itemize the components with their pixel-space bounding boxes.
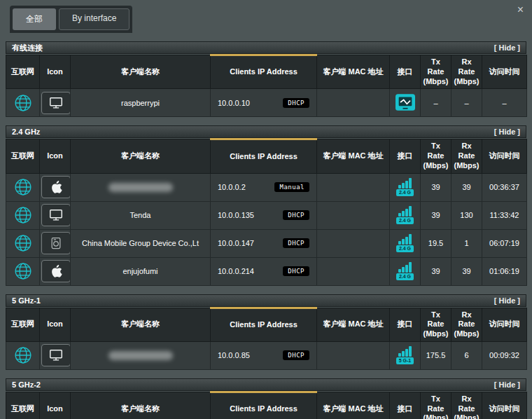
- view-tabs: 全部 By interface: [10, 6, 132, 33]
- signal-bars-icon: [398, 262, 412, 273]
- tx-rate: 175.5: [426, 351, 446, 359]
- col-interface: 接口: [390, 139, 421, 173]
- tx-rate: –: [433, 99, 438, 107]
- client-ip: 10.0.0.10: [218, 99, 250, 107]
- col-access-time: 访问时间: [482, 392, 527, 419]
- client-mac: [317, 257, 390, 285]
- client-device-icon: [41, 232, 71, 254]
- col-access-time: 访问时间: [482, 139, 527, 173]
- wired-interface-icon: [396, 94, 415, 111]
- col-internet: 互联网: [6, 392, 40, 419]
- col-tx-rate: Tx Rate (Mbps): [421, 139, 451, 173]
- client-device-icon: [41, 260, 71, 282]
- col-mac: 客户端 MAC 地址: [317, 139, 390, 173]
- table-header-row: 互联网 Icon 客户端名称 Clients IP Address 客户端 MA…: [6, 139, 527, 173]
- ip-mode-badge: DHCP: [283, 238, 309, 248]
- col-name: 客户端名称: [71, 392, 211, 419]
- col-interface: 接口: [390, 308, 421, 341]
- tab-all[interactable]: 全部: [13, 8, 56, 30]
- signal-bars-icon: [398, 346, 412, 357]
- col-internet: 互联网: [6, 308, 40, 341]
- col-ip: Clients IP Address: [211, 392, 317, 419]
- access-time: 06:07:19: [489, 239, 519, 247]
- client-mac: [317, 89, 390, 117]
- client-name: China Mobile Group Device Co.,Lt: [82, 239, 199, 247]
- client-ip: 10.0.0.147: [218, 239, 254, 247]
- wired-clients-table: 互联网 Icon 客户端名称 Clients IP Address 客户端 MA…: [6, 54, 527, 117]
- col-name: 客户端名称: [71, 308, 211, 341]
- client-ip: 10.0.0.2: [218, 183, 246, 191]
- client-mac: [317, 173, 390, 201]
- table-header-row: 互联网 Icon 客户端名称 Clients IP Address 客户端 MA…: [6, 392, 527, 419]
- internet-globe-icon: [14, 234, 32, 252]
- access-time: 11:33:42: [489, 211, 519, 219]
- rx-rate: 130: [460, 211, 472, 219]
- section-header-24ghz: 2.4 GHz [ Hide ]: [6, 125, 526, 138]
- client-device-icon: [41, 344, 71, 366]
- client-ip: 10.0.0.85: [218, 351, 250, 359]
- hide-toggle[interactable]: [ Hide ]: [494, 43, 520, 52]
- access-time: –: [502, 99, 506, 107]
- client-name: Tenda: [130, 211, 151, 219]
- client-mac: [317, 229, 390, 257]
- access-time: 01:06:19: [489, 267, 519, 275]
- rx-rate: 39: [462, 183, 470, 191]
- tx-rate: 19.5: [428, 239, 443, 247]
- table-header-row: 互联网 Icon 客户端名称 Clients IP Address 客户端 MA…: [6, 308, 527, 341]
- col-icon: Icon: [40, 139, 71, 173]
- tab-by-interface[interactable]: By interface: [59, 8, 130, 30]
- col-name: 客户端名称: [71, 55, 211, 89]
- internet-globe-icon: [14, 178, 32, 196]
- ip-mode-badge: DHCP: [283, 98, 309, 108]
- ip-mode-badge: Manual: [274, 182, 309, 192]
- interface-band-badge: 2.4 G: [396, 217, 414, 224]
- table-row[interactable]: raspberrypi 10.0.0.10DHCP – – –: [6, 89, 527, 117]
- access-time: 00:36:37: [489, 183, 519, 191]
- client-device-icon: [41, 92, 71, 114]
- ip-mode-badge: DHCP: [283, 266, 309, 276]
- hide-toggle[interactable]: [ Hide ]: [494, 128, 520, 136]
- signal-bars-icon: [398, 234, 412, 245]
- section-header-5ghz2: 5 GHz-2 [ Hide ]: [6, 378, 526, 391]
- client-mac: [317, 201, 390, 229]
- table-row[interactable]: enjujofumi 10.0.0.214DHCP 2.4 G 39 39 01…: [6, 257, 527, 285]
- internet-globe-icon: [14, 94, 32, 112]
- col-rx-rate: Rx Rate (Mbps): [451, 392, 482, 419]
- hide-toggle[interactable]: [ Hide ]: [494, 296, 520, 305]
- col-internet: 互联网: [6, 139, 40, 173]
- col-internet: 互联网: [6, 55, 40, 89]
- tx-rate: 39: [431, 211, 440, 219]
- table-row[interactable]: 10.0.0.2Manual 2.4 G 39 39 00:36:37: [6, 173, 527, 201]
- col-rx-rate: Rx Rate (Mbps): [451, 55, 482, 89]
- computer-icon: [48, 348, 64, 363]
- col-mac: 客户端 MAC 地址: [317, 308, 390, 341]
- col-rx-rate: Rx Rate (Mbps): [451, 139, 482, 173]
- table-row[interactable]: 10.0.0.85DHCP 5 G-1 175.5 6 00:09:32: [6, 341, 527, 369]
- 5ghz1-clients-table: 互联网 Icon 客户端名称 Clients IP Address 客户端 MA…: [6, 307, 527, 370]
- col-mac: 客户端 MAC 地址: [317, 392, 390, 419]
- signal-bars-icon: [398, 206, 412, 217]
- col-ip: Clients IP Address: [211, 139, 317, 173]
- col-interface: 接口: [390, 392, 421, 419]
- table-header-row: 互联网 Icon 客户端名称 Clients IP Address 客户端 MA…: [6, 55, 527, 89]
- client-list-panel: × 全部 By interface 有线连接 [ Hide ] 互联网 Icon…: [0, 0, 532, 419]
- col-icon: Icon: [40, 392, 71, 419]
- tx-rate: 39: [431, 267, 440, 275]
- table-row[interactable]: Tenda 10.0.0.135DHCP 2.4 G 39 130 11:33:…: [6, 201, 527, 229]
- ip-mode-badge: DHCP: [283, 210, 309, 220]
- client-ip: 10.0.0.135: [218, 211, 254, 219]
- computer-icon: [48, 207, 64, 223]
- hide-toggle[interactable]: [ Hide ]: [494, 380, 520, 389]
- section-title: 5 GHz-2: [12, 380, 41, 389]
- ip-mode-badge: DHCP: [283, 350, 309, 360]
- client-device-icon: [41, 204, 71, 226]
- rx-rate: 6: [464, 351, 468, 359]
- internet-globe-icon: [14, 346, 32, 364]
- interface-band-badge: 2.4 G: [396, 273, 414, 280]
- col-access-time: 访问时间: [482, 308, 527, 341]
- access-time: 00:09:32: [489, 351, 519, 359]
- client-name: raspberrypi: [121, 99, 160, 107]
- close-icon[interactable]: ×: [517, 4, 524, 15]
- table-row[interactable]: China Mobile Group Device Co.,Lt 10.0.0.…: [6, 229, 527, 257]
- device-icon: [49, 236, 63, 250]
